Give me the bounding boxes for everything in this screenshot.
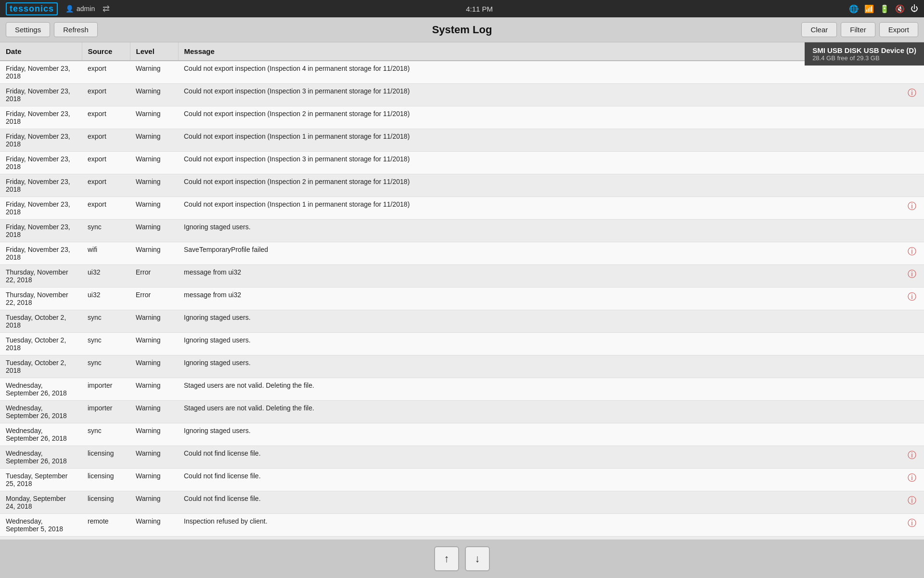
cell-message: Could not find license file.ⓘ [178, 537, 924, 540]
cell-level: Warning [130, 310, 178, 333]
table-row[interactable]: Friday, November 23, 2018syncWarningIgno… [0, 220, 924, 242]
system-time: 4:11 PM [466, 5, 493, 13]
col-header-date: Date [0, 42, 82, 61]
cell-date: Tuesday, October 2, 2018 [0, 355, 82, 378]
table-row[interactable]: Wednesday, September 26, 2018licensingWa… [0, 446, 924, 469]
cell-date: Friday, November 23, 2018 [0, 84, 82, 106]
cell-level: Error [130, 288, 178, 310]
cell-date: Wednesday, September 26, 2018 [0, 446, 82, 469]
cell-date: Thursday, November 22, 2018 [0, 288, 82, 310]
table-row[interactable]: Thursday, November 22, 2018ui32Errormess… [0, 265, 924, 288]
log-table: Date Source Level Message Friday, Novemb… [0, 42, 924, 539]
cell-date: Friday, November 23, 2018 [0, 220, 82, 242]
table-row[interactable]: Wednesday, September 26, 2018importerWar… [0, 401, 924, 423]
cell-level: Warning [130, 491, 178, 514]
table-row[interactable]: Friday, November 23, 2018exportWarningCo… [0, 84, 924, 106]
cell-source: licensing [82, 491, 130, 514]
export-button[interactable]: Export [879, 22, 918, 37]
cell-source: ui32 [82, 288, 130, 310]
cell-message: Could not export inspection (Inspection … [178, 197, 924, 220]
cell-source: licensing [82, 537, 130, 540]
table-row[interactable]: Wednesday, September 5, 2018licensingWar… [0, 537, 924, 540]
info-icon[interactable]: ⓘ [908, 495, 916, 506]
table-row[interactable]: Friday, November 23, 2018exportWarningCo… [0, 174, 924, 197]
cell-level: Warning [130, 355, 178, 378]
table-row[interactable]: Friday, November 23, 2018wifiWarningSave… [0, 242, 924, 265]
cell-message: Ignoring staged users. [178, 423, 924, 446]
cell-date: Wednesday, September 26, 2018 [0, 423, 82, 446]
message-text: Inspection refused by client. [184, 517, 908, 525]
usb-tooltip: SMI USB DISK USB Device (D) 28.4 GB free… [805, 42, 924, 66]
cell-source: importer [82, 378, 130, 401]
info-icon[interactable]: ⓘ [908, 291, 916, 302]
table-row[interactable]: Tuesday, September 25, 2018licensingWarn… [0, 469, 924, 491]
message-text: Could not export inspection (Inspection … [184, 178, 918, 185]
system-bar: tessonics 👤 admin ⇄ 4:11 PM 🌐 📶 🔋 🔇 ⏻ [0, 0, 924, 17]
bottom-bar: ↑ ↓ [0, 539, 924, 578]
info-icon[interactable]: ⓘ [908, 517, 916, 529]
user-icon: 👤 [65, 5, 74, 13]
table-row[interactable]: Monday, September 24, 2018licensingWarni… [0, 491, 924, 514]
message-text: message from ui32 [184, 268, 908, 276]
cell-level: Error [130, 265, 178, 288]
table-row[interactable]: Wednesday, September 26, 2018importerWar… [0, 378, 924, 401]
cell-message: Ignoring staged users. [178, 355, 924, 378]
cell-level: Warning [130, 401, 178, 423]
table-row[interactable]: Tuesday, October 2, 2018syncWarningIgnor… [0, 355, 924, 378]
scroll-up-button[interactable]: ↑ [434, 546, 459, 571]
cell-message: Inspection refused by client.ⓘ [178, 514, 924, 537]
table-row[interactable]: Friday, November 23, 2018exportWarningCo… [0, 152, 924, 174]
toolbar-right: Clear Filter Export [801, 22, 918, 37]
info-icon[interactable]: ⓘ [908, 449, 916, 461]
log-table-container[interactable]: Date Source Level Message Friday, Novemb… [0, 42, 924, 539]
cell-level: Warning [130, 242, 178, 265]
cell-message: Could not export inspection (Inspection … [178, 152, 924, 174]
cell-level: Warning [130, 174, 178, 197]
refresh-button[interactable]: Refresh [54, 22, 98, 37]
table-row[interactable]: Tuesday, October 2, 2018syncWarningIgnor… [0, 333, 924, 355]
cell-date: Tuesday, September 25, 2018 [0, 469, 82, 491]
cell-level: Warning [130, 84, 178, 106]
cell-message: Staged users are not valid. Deleting the… [178, 378, 924, 401]
signal-icon: 📶 [864, 4, 874, 13]
filter-button[interactable]: Filter [841, 22, 875, 37]
table-row[interactable]: Friday, November 23, 2018exportWarningCo… [0, 129, 924, 152]
info-icon[interactable]: ⓘ [908, 268, 916, 280]
message-text: Ignoring staged users. [184, 336, 918, 344]
settings-button[interactable]: Settings [6, 22, 50, 37]
cell-date: Wednesday, September 5, 2018 [0, 537, 82, 540]
message-text: Could not find license file. [184, 449, 908, 457]
cell-date: Friday, November 23, 2018 [0, 197, 82, 220]
message-text: Could not export inspection (Inspection … [184, 110, 918, 118]
cell-date: Friday, November 23, 2018 [0, 106, 82, 129]
info-icon[interactable]: ⓘ [908, 200, 916, 212]
col-header-source: Source [82, 42, 130, 61]
cell-level: Warning [130, 514, 178, 537]
col-header-level: Level [130, 42, 178, 61]
scroll-down-button[interactable]: ↓ [465, 546, 490, 571]
cell-source: sync [82, 355, 130, 378]
cell-message: Could not find license file.ⓘ [178, 469, 924, 491]
info-icon[interactable]: ⓘ [908, 246, 916, 257]
table-row[interactable]: Friday, November 23, 2018exportWarningCo… [0, 61, 924, 84]
cell-message: Ignoring staged users. [178, 220, 924, 242]
table-row[interactable]: Friday, November 23, 2018exportWarningCo… [0, 106, 924, 129]
page-title: System Log [432, 24, 492, 36]
table-row[interactable]: Thursday, November 22, 2018ui32Errormess… [0, 288, 924, 310]
message-text: Ignoring staged users. [184, 223, 918, 231]
system-bar-left: tessonics 👤 admin ⇄ [6, 2, 110, 15]
cell-date: Tuesday, October 2, 2018 [0, 333, 82, 355]
battery-icon: 🔋 [880, 4, 889, 13]
toolbar-left: Settings Refresh [6, 22, 98, 37]
table-row[interactable]: Wednesday, September 26, 2018syncWarning… [0, 423, 924, 446]
table-row[interactable]: Tuesday, October 2, 2018syncWarningIgnor… [0, 310, 924, 333]
cell-date: Thursday, November 22, 2018 [0, 265, 82, 288]
info-icon[interactable]: ⓘ [908, 87, 916, 99]
table-row[interactable]: Friday, November 23, 2018exportWarningCo… [0, 197, 924, 220]
cell-source: licensing [82, 469, 130, 491]
info-icon[interactable]: ⓘ [908, 472, 916, 484]
cell-source: licensing [82, 446, 130, 469]
message-text: Could not export inspection (Inspection … [184, 155, 918, 163]
clear-button[interactable]: Clear [801, 22, 837, 37]
table-row[interactable]: Wednesday, September 5, 2018remoteWarnin… [0, 514, 924, 537]
